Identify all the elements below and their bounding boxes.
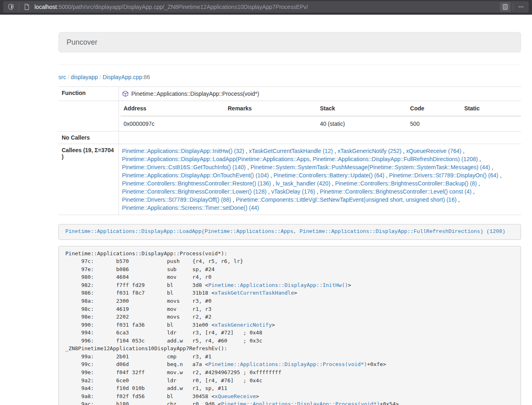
breadcrumb-link[interactable]: DisplayApp.cpp: [103, 74, 142, 80]
column-stack: Stack: [317, 101, 407, 116]
function-row: Function Pinetime::Applications::Display…: [58, 87, 521, 101]
url-bar[interactable]: localhost:5000/path/src/displayapp/Displ…: [3, 1, 529, 13]
url-path: :5000/path/src/displayapp/DisplayApp.cpp…: [57, 4, 308, 10]
callees-label: Callees (19, Σ=3704 ): [58, 144, 118, 215]
callee-separator: ,: [246, 164, 251, 170]
value-code: 500: [407, 116, 461, 131]
function-row-label: Function: [58, 87, 118, 101]
reader-mode-icon[interactable]: [500, 2, 510, 12]
callee-link[interactable]: Pinetime::Applications::Screens::Timer::…: [122, 205, 259, 211]
callee-link[interactable]: Pinetime::Drivers::St7789::DisplayOn() (…: [389, 172, 498, 179]
callees-list: Pinetime::Applications::DisplayApp::Init…: [118, 144, 521, 215]
callee-link[interactable]: Pinetime::Drivers::St7789::DisplayOff() …: [122, 196, 231, 203]
callee-separator: ,: [244, 148, 249, 154]
detail-table: Address Remarks Stack Code Static 0x0000…: [121, 101, 521, 131]
url-host: localhost: [34, 4, 57, 10]
callee-separator: ,: [490, 164, 493, 170]
menu-dots-icon[interactable]: [516, 2, 526, 12]
assembly-code: Pinetime::Applications::DisplayApp::Proc…: [65, 250, 399, 405]
page-actions-separator: [513, 3, 513, 11]
assembly-symbol-link[interactable]: xTaskGetCurrentTaskHandle: [215, 290, 294, 296]
function-table: Function Pinetime::Applications::Display…: [58, 86, 521, 215]
value-static: [461, 116, 521, 131]
callee-link[interactable]: lv_task_handler (420): [276, 180, 330, 187]
callee-separator: ,: [315, 188, 320, 195]
value-address: 0x0000097c: [121, 116, 225, 131]
breadcrumb-separator: /: [66, 74, 71, 80]
function-cell: Pinetime::Applications::DisplayApp::Proc…: [122, 90, 518, 98]
callee-separator: ,: [269, 172, 274, 179]
value-remarks: [224, 116, 317, 131]
detail-value-row: 0x0000097c 40 (static) 500: [121, 116, 521, 131]
column-remarks: Remarks: [224, 101, 317, 116]
brand-panel: Puncover: [58, 32, 521, 52]
shield-icon[interactable]: [6, 2, 16, 12]
column-code: Code: [407, 101, 461, 116]
browser-chrome: localhost:5000/path/src/displayapp/Displ…: [0, 0, 532, 15]
assembly-symbol-link[interactable]: Pinetime::Applications::DisplayApp::Proc…: [208, 361, 367, 367]
callee-separator: ,: [330, 180, 335, 187]
column-address: Address: [121, 101, 225, 116]
callee-separator: ,: [231, 196, 236, 203]
assembly-symbol-link[interactable]: xQueueReceive: [215, 393, 256, 399]
breadcrumb-separator: /: [98, 74, 103, 80]
url-text: localhost:5000/path/src/displayapp/Displ…: [34, 4, 500, 10]
callee-separator: ,: [333, 148, 338, 154]
detail-row: Address Remarks Stack Code Static 0x0000…: [58, 101, 521, 131]
breadcrumb-link[interactable]: displayapp: [71, 74, 98, 80]
identity-box: [6, 2, 32, 12]
callee-link[interactable]: Pinetime::Components::LittleVgl::SetNewT…: [236, 196, 457, 203]
assembly-symbol-link[interactable]: Pinetime::Applications::DisplayApp::Proc…: [221, 401, 380, 405]
callee-link[interactable]: Pinetime::System::SystemTask::PushMessag…: [250, 164, 490, 170]
callee-link[interactable]: Pinetime::Drivers::Cst816S::GetTouchInfo…: [122, 164, 246, 170]
callee-separator: ,: [401, 148, 406, 154]
brand-link[interactable]: Puncover: [67, 38, 97, 47]
callee-separator: ,: [267, 188, 271, 195]
callee-link[interactable]: Pinetime::Applications::DisplayApp::Init…: [122, 148, 244, 154]
callee-separator: ,: [478, 156, 481, 162]
callee-link[interactable]: Pinetime::Controllers::Battery::Update()…: [274, 172, 384, 179]
callee-link[interactable]: xQueueReceive (764): [406, 148, 461, 154]
callee-separator: ,: [384, 172, 389, 179]
value-stack: 40 (static): [317, 116, 407, 131]
page-container: Puncover src / displayapp / DisplayApp.c…: [58, 32, 521, 405]
page-icon[interactable]: [22, 2, 32, 12]
divider: [58, 65, 521, 65]
breadcrumb: src / displayapp / DisplayApp.cpp:86: [58, 73, 521, 81]
snippet-block: Pinetime::Applications::DisplayApp::Load…: [58, 224, 521, 240]
breadcrumb-line-number: :86: [142, 74, 150, 80]
callee-separator: ,: [498, 172, 502, 179]
callee-link[interactable]: vTaskDelay (176): [271, 188, 315, 195]
no-callers-label: No Callers: [58, 131, 118, 144]
breadcrumb-link[interactable]: src: [58, 74, 66, 80]
detail-header-row: Address Remarks Stack Code Static: [121, 101, 521, 116]
assembly-symbol-link[interactable]: xTaskGenericNotify: [215, 322, 272, 328]
column-static: Static: [461, 101, 521, 116]
callee-separator: ,: [457, 196, 460, 203]
callee-link[interactable]: Pinetime::Applications::DisplayApp::Load…: [122, 156, 478, 162]
callee-link[interactable]: Pinetime::Controllers::BrightnessControl…: [122, 188, 267, 195]
assembly-symbol-link[interactable]: Pinetime::Applications::DisplayApp::Init…: [208, 282, 348, 288]
function-name: Pinetime::Applications::DisplayApp::Proc…: [131, 90, 259, 98]
callee-link[interactable]: Pinetime::Controllers::BrightnessControl…: [122, 180, 271, 187]
snippet-link[interactable]: Pinetime::Applications::DisplayApp::Load…: [65, 228, 505, 235]
callee-link[interactable]: Pinetime::Controllers::BrightnessControl…: [320, 188, 471, 195]
callee-separator: ,: [472, 188, 475, 195]
callee-link[interactable]: Pinetime::Controllers::BrightnessControl…: [335, 180, 477, 187]
callee-separator: ,: [271, 180, 276, 187]
callee-separator: ,: [477, 180, 480, 187]
identity-separator: [19, 3, 19, 11]
callee-separator: ,: [461, 148, 465, 154]
callee-link[interactable]: xTaskGenericNotify (252): [338, 148, 401, 154]
assembly-block: Pinetime::Applications::DisplayApp::Proc…: [58, 246, 521, 405]
callees-row: Callees (19, Σ=3704 ) Pinetime::Applicat…: [58, 144, 521, 215]
cube-icon: [122, 90, 129, 97]
callee-link[interactable]: xTaskGetCurrentTaskHandle (12): [249, 148, 333, 154]
no-callers-row: No Callers: [58, 131, 521, 144]
callee-link[interactable]: Pinetime::Applications::DisplayApp::OnTo…: [122, 172, 269, 179]
